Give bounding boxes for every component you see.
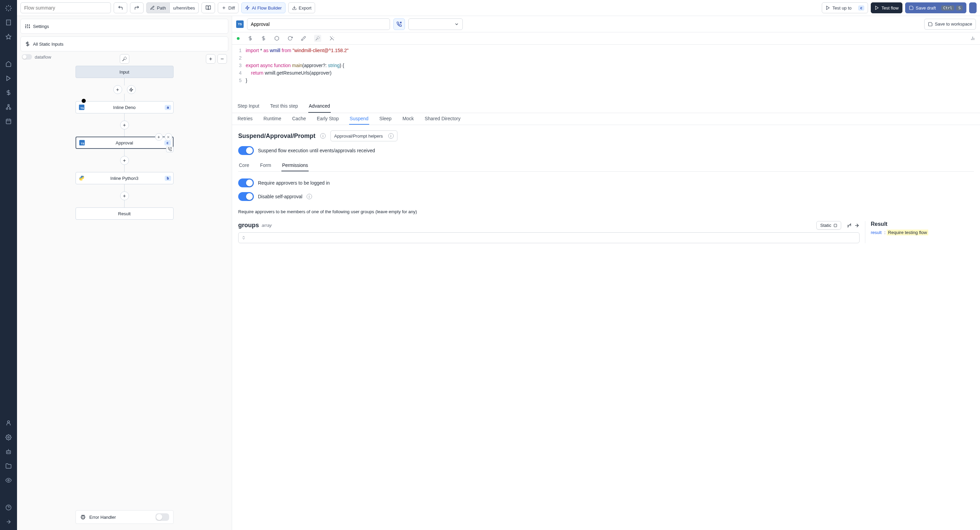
tab-test-step[interactable]: Test this step bbox=[269, 100, 299, 113]
svg-rect-13 bbox=[6, 119, 11, 124]
zoom-in-button[interactable] bbox=[206, 54, 215, 64]
calendar-icon[interactable] bbox=[5, 117, 13, 125]
step-name-input[interactable] bbox=[247, 18, 390, 30]
tab-advanced[interactable]: Advanced bbox=[308, 100, 331, 113]
perm-tab-form[interactable]: Form bbox=[259, 160, 272, 171]
result-panel: Result result : Require testing flow bbox=[865, 221, 974, 243]
test-flow-button[interactable]: Test flow bbox=[871, 2, 902, 13]
play-icon[interactable] bbox=[5, 74, 13, 82]
subtab-suspend[interactable]: Suspend bbox=[349, 113, 369, 125]
node-input[interactable]: Input bbox=[76, 66, 173, 78]
dataflow-toggle[interactable] bbox=[22, 54, 32, 60]
add-step-button-4[interactable] bbox=[120, 192, 129, 200]
brush-icon[interactable] bbox=[301, 36, 306, 41]
error-handler-row[interactable]: Error Handler bbox=[76, 510, 173, 524]
save-workspace-label: Save to workspace bbox=[935, 21, 972, 27]
subtab-sleep[interactable]: Sleep bbox=[379, 113, 392, 125]
node-python-label: Inline Python3 bbox=[110, 176, 138, 181]
home-icon[interactable] bbox=[5, 60, 13, 68]
building-icon[interactable] bbox=[5, 18, 13, 27]
dollar-icon[interactable] bbox=[5, 89, 13, 97]
subtab-runtime[interactable]: Runtime bbox=[263, 113, 282, 125]
branch-button-1[interactable] bbox=[127, 85, 136, 94]
nodes-icon[interactable] bbox=[5, 103, 13, 111]
info-icon-3[interactable]: i bbox=[307, 194, 312, 199]
code-editor[interactable]: 12345 import * as wmill from "windmill-c… bbox=[232, 45, 980, 86]
node-result[interactable]: Result bbox=[76, 208, 173, 220]
subtab-early-stop[interactable]: Early Stop bbox=[316, 113, 340, 125]
info-icon[interactable]: i bbox=[320, 133, 326, 139]
star-icon[interactable] bbox=[5, 33, 13, 41]
path-value-button[interactable]: u/henri/bes bbox=[170, 2, 199, 13]
flow-summary-input[interactable] bbox=[21, 2, 111, 13]
zoom-out-button[interactable] bbox=[218, 54, 227, 64]
node-delete-button[interactable] bbox=[165, 133, 172, 140]
settings-row[interactable]: Settings bbox=[21, 19, 228, 34]
export-button[interactable]: Export bbox=[288, 2, 315, 13]
bot-icon[interactable] bbox=[5, 448, 13, 456]
dataflow-label: dataflow bbox=[35, 54, 51, 60]
user-icon[interactable] bbox=[5, 419, 13, 427]
test-up-to-button[interactable]: Test up to c bbox=[822, 2, 868, 13]
kbd-s: S bbox=[956, 5, 963, 11]
static-button[interactable]: Static bbox=[816, 221, 841, 230]
box-icon[interactable] bbox=[274, 36, 279, 41]
plug-icon[interactable] bbox=[846, 223, 852, 228]
ts-badge-icon: TS bbox=[236, 21, 243, 28]
logo-icon[interactable] bbox=[5, 4, 13, 12]
folder-icon[interactable] bbox=[5, 462, 13, 470]
all-static-inputs-row[interactable]: All Static Inputs bbox=[21, 37, 228, 51]
subtab-mock[interactable]: Mock bbox=[402, 113, 414, 125]
add-step-button-1[interactable] bbox=[113, 85, 122, 94]
node-add-button[interactable] bbox=[155, 133, 163, 140]
suspend-toggle[interactable] bbox=[238, 146, 254, 155]
gear-icon[interactable] bbox=[5, 433, 13, 441]
flow-canvas[interactable]: dataflow Input bbox=[17, 51, 232, 530]
svg-point-58 bbox=[82, 179, 82, 180]
runtime-select[interactable] bbox=[408, 18, 463, 30]
help-icon[interactable] bbox=[5, 503, 13, 512]
dollar-icon-1[interactable] bbox=[248, 36, 253, 41]
disable-self-toggle[interactable] bbox=[238, 192, 254, 201]
test-flow-label: Test flow bbox=[881, 5, 899, 11]
save-more-button[interactable] bbox=[969, 2, 977, 13]
ai-flow-builder-button[interactable]: AI Flow Builder bbox=[241, 2, 285, 13]
add-step-button-3[interactable] bbox=[120, 156, 129, 165]
book-button[interactable] bbox=[202, 2, 215, 13]
perm-tab-permissions[interactable]: Permissions bbox=[282, 160, 309, 171]
wand-button[interactable] bbox=[120, 54, 129, 64]
expand-icon[interactable] bbox=[5, 518, 13, 526]
bar-chart-icon[interactable] bbox=[970, 36, 975, 41]
dollar-icon-2[interactable] bbox=[261, 36, 266, 41]
result-value: Require testing flow bbox=[887, 230, 928, 235]
eye-icon[interactable] bbox=[5, 476, 13, 484]
path-button[interactable]: Path bbox=[146, 2, 170, 13]
subtab-retries[interactable]: Retries bbox=[237, 113, 253, 125]
error-handler-toggle[interactable] bbox=[156, 513, 169, 521]
node-result-label: Result bbox=[118, 211, 130, 216]
groups-input[interactable] bbox=[238, 232, 859, 243]
save-to-workspace-button[interactable]: Save to workspace bbox=[924, 19, 976, 30]
redo-button[interactable] bbox=[130, 2, 143, 13]
helpers-button[interactable]: Approval/Prompt helpers i bbox=[331, 131, 398, 141]
node-inline-python[interactable]: Inline Python3 b bbox=[76, 172, 173, 184]
node-approval[interactable]: TS Approval c bbox=[76, 137, 173, 149]
wand-off-icon[interactable] bbox=[329, 36, 334, 41]
undo-button[interactable] bbox=[114, 2, 127, 13]
node-inline-deno[interactable]: TS Inline Deno a bbox=[76, 101, 173, 113]
svg-point-10 bbox=[9, 108, 11, 110]
diff-button[interactable]: Diff bbox=[218, 2, 239, 13]
kbd-ctrl: Ctrl bbox=[941, 5, 955, 11]
arrow-icon[interactable] bbox=[854, 223, 859, 228]
phone-action-button[interactable] bbox=[393, 18, 405, 30]
refresh-icon[interactable] bbox=[288, 36, 293, 41]
tab-step-input[interactable]: Step Input bbox=[237, 100, 260, 113]
add-step-button-2[interactable] bbox=[120, 121, 129, 129]
save-draft-button[interactable]: Save draft CtrlS bbox=[905, 2, 966, 13]
subtab-cache[interactable]: Cache bbox=[292, 113, 307, 125]
subtab-shared[interactable]: Shared Directory bbox=[424, 113, 461, 125]
require-login-toggle[interactable] bbox=[238, 179, 254, 187]
all-static-label: All Static Inputs bbox=[33, 42, 64, 47]
perm-tab-core[interactable]: Core bbox=[238, 160, 250, 171]
wand-tb-icon[interactable] bbox=[314, 35, 321, 42]
